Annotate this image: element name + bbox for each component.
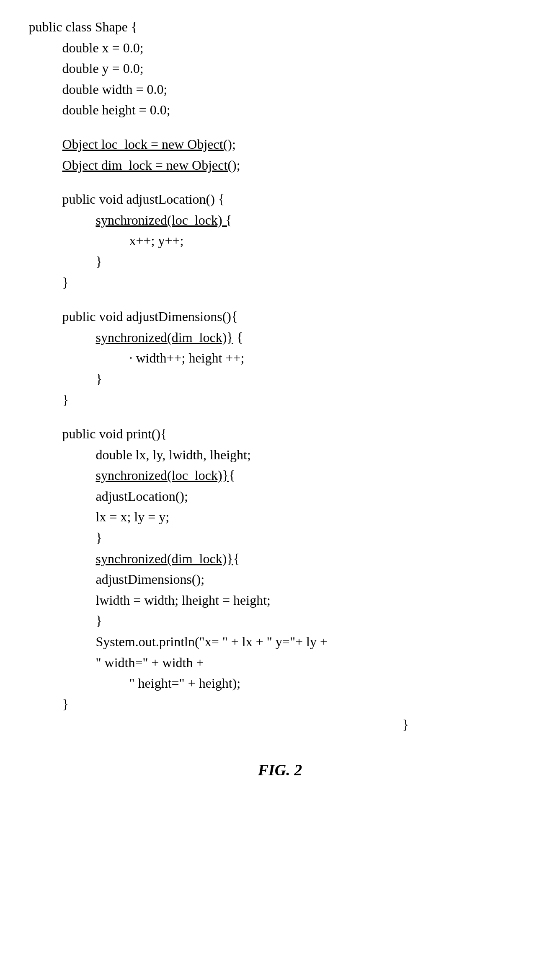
- code-line-18: · width++; height ++;: [29, 348, 532, 369]
- code-line-7: Object loc_lock = new Object();: [29, 134, 532, 155]
- code-line-31: }: [29, 611, 532, 632]
- figure-label: FIG. 2: [25, 761, 535, 779]
- code-line-1: public class Shape {: [29, 17, 532, 38]
- code-line-10: public void adjustLocation() {: [29, 189, 532, 210]
- code-line-2: double x = 0.0;: [29, 38, 532, 59]
- code-line-3: double y = 0.0;: [29, 58, 532, 79]
- code-line-30: lwidth = width; lheight = height;: [29, 590, 532, 611]
- code-line-26: lx = x; ly = y;: [29, 507, 532, 528]
- code-line-14: }: [29, 272, 532, 293]
- code-line-11: synchronized(loc_lock) {: [29, 210, 532, 231]
- code-line-32: System.out.println("x= " + lx + " y="+ l…: [29, 632, 532, 653]
- code-line-12: x++; y++;: [29, 230, 532, 251]
- code-line-36: }: [29, 715, 532, 736]
- code-line-13: }: [29, 251, 532, 272]
- code-line-29: adjustDimensions();: [29, 569, 532, 590]
- code-line-27: }: [29, 528, 532, 549]
- code-line-24: synchronized(loc_lock)}{: [29, 465, 532, 486]
- code-line-22: public void print(){: [29, 424, 532, 445]
- code-line-16: public void adjustDimensions(){: [29, 306, 532, 327]
- code-line-4: double width = 0.0;: [29, 79, 532, 100]
- code-line-20: }: [29, 390, 532, 411]
- code-line-8: Object dim_lock = new Object();: [29, 155, 532, 176]
- code-line-25: adjustLocation();: [29, 486, 532, 507]
- code-line-35: }: [29, 694, 532, 715]
- code-line-23: double lx, ly, lwidth, lheight;: [29, 445, 532, 466]
- code-line-33: " width=" + width +: [29, 653, 532, 673]
- code-line-19: }: [29, 369, 532, 390]
- code-block: public class Shape { double x = 0.0; dou…: [29, 17, 532, 736]
- code-line-17: synchronized(dim_lock)} {: [29, 327, 532, 348]
- code-line-34: " height=" + height);: [29, 673, 532, 694]
- code-line-5: double height = 0.0;: [29, 100, 532, 121]
- code-line-28: synchronized(dim_lock)}{: [29, 549, 532, 570]
